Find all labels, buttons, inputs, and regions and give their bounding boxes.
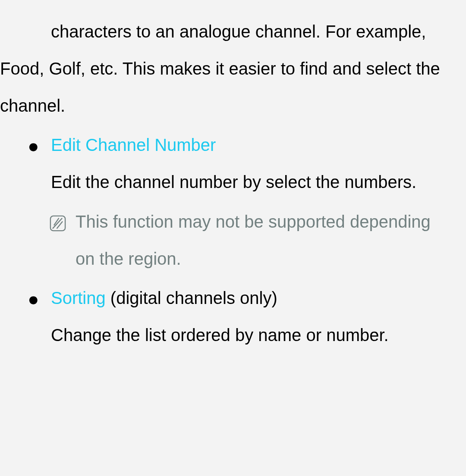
note-text: This function may not be supported depen…: [76, 203, 441, 277]
intro-text: characters to an analogue channel. For e…: [0, 22, 440, 115]
note-block: This function may not be supported depen…: [0, 203, 441, 277]
note-icon: [50, 215, 67, 232]
bullet-icon: ●: [0, 137, 51, 156]
bullet-icon: ●: [0, 290, 51, 309]
item-title-edit-channel-number: Edit Channel Number: [51, 135, 216, 154]
item-body: Edit the channel number by select the nu…: [0, 163, 441, 200]
item-suffix: (digital channels only): [106, 288, 277, 307]
item-title-sorting: Sorting: [51, 288, 106, 307]
item-body: Change the list ordered by name or numbe…: [0, 316, 441, 354]
